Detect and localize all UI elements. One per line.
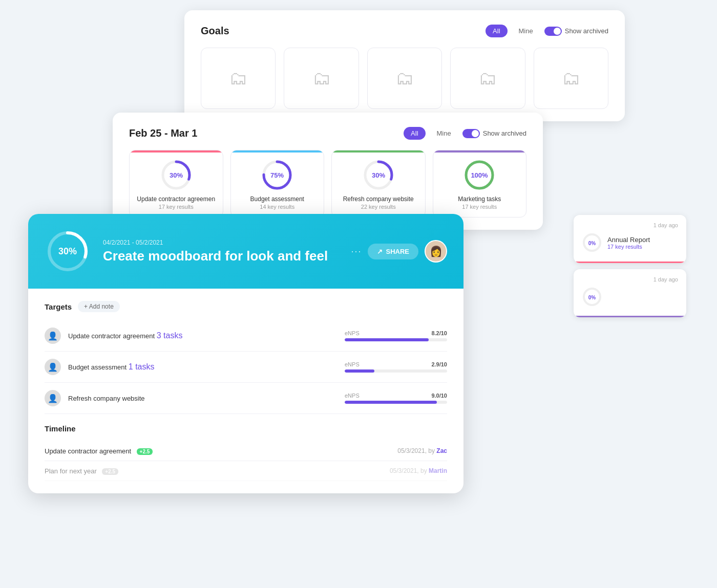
metric-label-row-2: eNPS 2.9/10 (345, 361, 447, 367)
timeline-by-2: Martin (429, 467, 447, 474)
metric-value-1: 8.2/10 (431, 330, 447, 336)
svg-text:30%: 30% (170, 171, 183, 179)
goals-folder-row: 🗂 🗂 🗂 🗂 🗂 (201, 48, 608, 109)
metric-label-row-3: eNPS 9.0/10 (345, 393, 447, 399)
svg-text:75%: 75% (270, 171, 284, 179)
goals-card-header: Goals All Mine Show archived (201, 25, 608, 37)
toggle-switch-goals[interactable] (544, 27, 562, 36)
target-name-3: Refresh company website (68, 395, 145, 402)
target-info-3: Refresh company website (68, 394, 345, 403)
target-avatar-1: 👤 (45, 328, 61, 344)
goal-card-1-sub: 17 key results (159, 204, 194, 210)
goals-archived-toggle[interactable]: Show archived (544, 27, 608, 36)
timeline-section: Timeline Update contractor agreement +2.… (45, 424, 447, 481)
more-options-btn[interactable]: ··· (351, 246, 362, 257)
target-tasks-link-2[interactable]: 1 tasks (129, 362, 155, 371)
add-note-btn[interactable]: + Add note (78, 301, 120, 312)
metric-bar-fill-3 (345, 401, 437, 404)
timeline-badge-1: +2.5 (137, 448, 153, 455)
timeline-by-1: Zac (436, 447, 447, 454)
goal-card-4[interactable]: 100% Marketing tasks 17 key results (433, 150, 527, 217)
targets-section-header: Targets + Add note (45, 301, 447, 312)
mid-all-btn[interactable]: All (404, 127, 425, 140)
goal-card-1-name: Update contractor agreemen (137, 195, 215, 203)
goals-filter-group: All Mine Show archived (486, 25, 608, 37)
goal-card-3[interactable]: 30% Refresh company website 22 key resul… (331, 150, 426, 217)
main-card-actions: ··· ↗ SHARE 👩 (351, 240, 447, 263)
target-tasks-link-1[interactable]: 3 tasks (157, 331, 183, 340)
avatar: 👩 (425, 240, 447, 263)
metric-value-2: 2.9/10 (431, 361, 447, 367)
timeline-badge-2: +2.5 (102, 468, 118, 475)
mini-card-1-name: Annual Report (607, 236, 650, 244)
folder-icon-3: 🗂 (395, 68, 414, 89)
metric-label-3: eNPS (345, 393, 360, 399)
target-metric-3: eNPS 9.0/10 (345, 393, 447, 404)
target-metric-1: eNPS 8.2/10 (345, 330, 447, 341)
goals-all-btn[interactable]: All (486, 25, 507, 37)
goal-card-2-name: Budget assessment (250, 195, 304, 203)
folder-card-1[interactable]: 🗂 (201, 48, 276, 109)
timeline-name-1: Update contractor agreement (45, 447, 131, 455)
timeline-section-header: Timeline (45, 424, 447, 433)
mini-card-1-timestamp: 1 day ago (582, 222, 678, 228)
goal-card-3-name: Refresh company website (343, 195, 414, 203)
timeline-meta-2: 05/3/2021, by Martin (390, 467, 447, 474)
target-row-1: 👤 Update contractor agreement 3 tasks eN… (45, 320, 447, 352)
main-goal-name: Create moodboard for look and feel (103, 248, 339, 264)
folder-card-3[interactable]: 🗂 (367, 48, 442, 109)
mini-card-2-progress: 0% (582, 287, 678, 307)
goal-card-3-sub: 22 key results (361, 204, 396, 210)
mini-card-annual-report[interactable]: 1 day ago 0% Annual Report 17 key result… (574, 215, 686, 263)
goal-card-4-name: Marketing tasks (458, 195, 501, 203)
share-label: SHARE (386, 248, 409, 255)
folder-icon-1: 🗂 (229, 68, 247, 89)
folder-card-4[interactable]: 🗂 (450, 48, 525, 109)
right-cards: 1 day ago 0% Annual Report 17 key result… (574, 215, 686, 323)
folder-card-2[interactable]: 🗂 (284, 48, 358, 109)
mid-card-title: Feb 25 - Mar 1 (129, 127, 197, 139)
svg-text:30%: 30% (372, 171, 385, 179)
mini-card-2-timestamp: 1 day ago (582, 276, 678, 282)
goal-card-2[interactable]: 75% Budget assessment 14 key results (230, 150, 325, 217)
mid-mine-btn[interactable]: Mine (430, 127, 458, 140)
target-info-1: Update contractor agreement 3 tasks (68, 331, 345, 340)
share-icon: ↗ (377, 248, 383, 255)
goal-card-1[interactable]: 30% Update contractor agreemen 17 key re… (129, 150, 223, 217)
targets-title: Targets (45, 302, 72, 311)
goals-mine-btn[interactable]: Mine (512, 25, 540, 37)
mid-archived-toggle[interactable]: Show archived (462, 129, 526, 138)
main-percent-text: 30% (58, 246, 77, 256)
folder-card-5[interactable]: 🗂 (534, 48, 608, 109)
goals-card: Goals All Mine Show archived 🗂 🗂 🗂 🗂 🗂 (184, 10, 625, 121)
mid-card-header: Feb 25 - Mar 1 All Mine Show archived (129, 127, 526, 140)
mini-card-1-progress: 0% Annual Report 17 key results (582, 232, 678, 253)
main-card-info: 04/2/2021 - 05/2/2021 Create moodboard f… (103, 239, 339, 264)
main-card-body: Targets + Add note 👤 Update contractor a… (28, 289, 463, 493)
timeline-row-2-left: Plan for next year +2.5 (45, 466, 118, 475)
folder-icon-4: 🗂 (478, 68, 497, 89)
svg-text:0%: 0% (588, 295, 596, 300)
toggle-switch-mid[interactable] (462, 129, 480, 138)
main-card-header: 30% 04/2/2021 - 05/2/2021 Create moodboa… (28, 214, 463, 289)
target-metric-2: eNPS 2.9/10 (345, 361, 447, 373)
metric-bar-fill-2 (345, 369, 374, 373)
goals-title: Goals (201, 25, 229, 37)
target-name-1: Update contractor agreement (68, 332, 157, 340)
timeline-name-2: Plan for next year (45, 467, 97, 475)
metric-label-2: eNPS (345, 361, 360, 367)
mid-filter-group: All Mine Show archived (404, 127, 526, 140)
target-name-2: Budget assessment (68, 363, 129, 371)
timeline-row-1-left: Update contractor agreement +2.5 (45, 446, 153, 455)
metric-bar-bg-1 (345, 338, 447, 341)
metric-bar-bg-3 (345, 401, 447, 404)
target-avatar-2: 👤 (45, 359, 61, 375)
target-row-2: 👤 Budget assessment 1 tasks eNPS 2.9/10 (45, 352, 447, 383)
metric-label-row-1: eNPS 8.2/10 (345, 330, 447, 336)
metric-value-3: 9.0/10 (431, 393, 447, 399)
mini-card-2[interactable]: 1 day ago 0% (574, 269, 686, 317)
mid-card: Feb 25 - Mar 1 All Mine Show archived 30… (113, 113, 543, 230)
goal-cards-row: 30% Update contractor agreemen 17 key re… (129, 150, 526, 217)
share-button[interactable]: ↗ SHARE (368, 244, 418, 259)
target-avatar-3: 👤 (45, 390, 61, 406)
